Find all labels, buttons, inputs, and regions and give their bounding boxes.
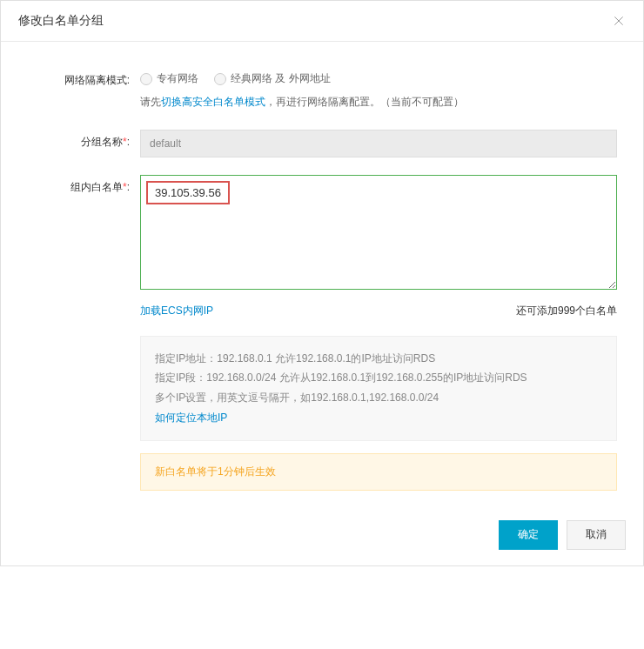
- close-icon[interactable]: [612, 14, 626, 28]
- locate-local-ip-link[interactable]: 如何定位本地IP: [155, 411, 227, 424]
- radio-classic[interactable]: 经典网络 及 外网地址: [214, 71, 331, 86]
- label-network-mode: 网络隔离模式:: [27, 68, 140, 112]
- whitelist-textarea-wrap: 39.105.39.56: [140, 175, 617, 290]
- whitelist-textarea[interactable]: [141, 176, 616, 289]
- network-mode-hint: 请先切换高安全白名单模式，再进行网络隔离配置。（当前不可配置）: [140, 93, 617, 112]
- confirm-button[interactable]: 确定: [499, 520, 558, 550]
- modal-title: 修改白名单分组: [18, 13, 104, 29]
- modal-header: 修改白名单分组: [1, 1, 643, 42]
- label-whitelist: 组内白名单*:: [27, 175, 140, 491]
- row-group-name: 分组名称*:: [27, 130, 617, 157]
- modal-dialog: 修改白名单分组 网络隔离模式: 专有网络 经典网络 及 外网地址: [0, 0, 644, 566]
- group-name-input: [140, 130, 617, 157]
- help-line-2: 指定IP段：192.168.0.0/24 允许从192.168.0.1到192.…: [155, 368, 602, 388]
- modal-footer: 确定 取消: [1, 508, 643, 565]
- help-line-1: 指定IP地址：192.168.0.1 允许192.168.0.1的IP地址访问R…: [155, 349, 602, 369]
- cancel-button[interactable]: 取消: [567, 520, 626, 550]
- radio-classic-label: 经典网络 及 外网地址: [231, 71, 331, 86]
- warning-text: 新白名单将于1分钟后生效: [155, 465, 276, 478]
- warning-box: 新白名单将于1分钟后生效: [140, 453, 617, 491]
- row-whitelist: 组内白名单*: 39.105.39.56 加载ECS内网IP 还可添加999个白…: [27, 175, 617, 491]
- help-line-3: 多个IP设置，用英文逗号隔开，如192.168.0.1,192.168.0.0/…: [155, 388, 602, 408]
- load-ecs-ip-link[interactable]: 加载ECS内网IP: [140, 304, 213, 318]
- remaining-count: 还可添加999个白名单: [516, 304, 617, 318]
- radio-vpc-label: 专有网络: [157, 71, 198, 86]
- radio-vpc[interactable]: 专有网络: [140, 71, 198, 86]
- ip-help-box: 指定IP地址：192.168.0.1 允许192.168.0.1的IP地址访问R…: [140, 336, 617, 441]
- switch-mode-link[interactable]: 切换高安全白名单模式: [161, 96, 265, 108]
- modal-body: 网络隔离模式: 专有网络 经典网络 及 外网地址 请先切换高安全白名单模式，再进…: [1, 42, 643, 508]
- row-network-mode: 网络隔离模式: 专有网络 经典网络 及 外网地址 请先切换高安全白名单模式，再进…: [27, 68, 617, 112]
- radio-icon: [140, 73, 152, 85]
- label-group-name: 分组名称*:: [27, 130, 140, 157]
- radio-icon: [214, 73, 226, 85]
